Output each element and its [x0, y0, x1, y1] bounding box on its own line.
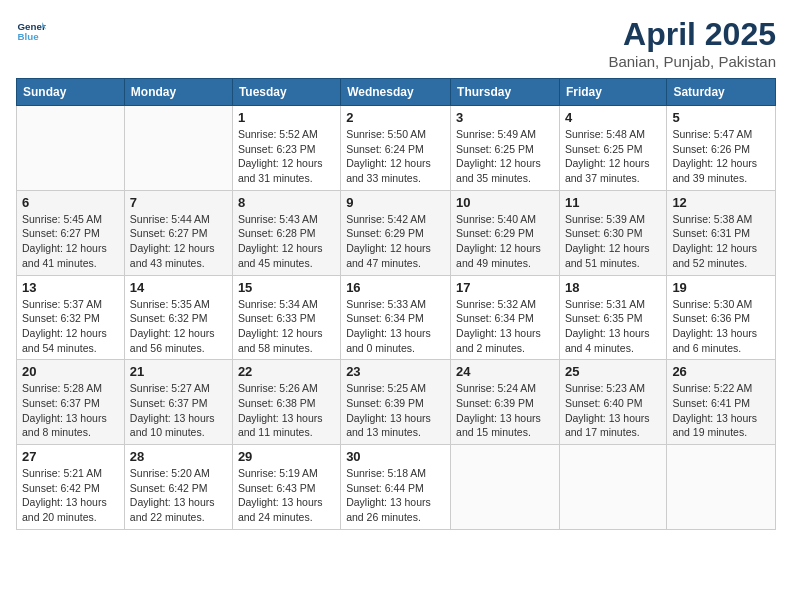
calendar-week-row: 20Sunrise: 5:28 AM Sunset: 6:37 PM Dayli…: [17, 360, 776, 445]
day-number: 27: [22, 449, 119, 464]
calendar-cell: 12Sunrise: 5:38 AM Sunset: 6:31 PM Dayli…: [667, 190, 776, 275]
day-info: Sunrise: 5:35 AM Sunset: 6:32 PM Dayligh…: [130, 297, 227, 356]
calendar-cell: 29Sunrise: 5:19 AM Sunset: 6:43 PM Dayli…: [232, 445, 340, 530]
calendar-table: SundayMondayTuesdayWednesdayThursdayFrid…: [16, 78, 776, 530]
calendar-cell: 15Sunrise: 5:34 AM Sunset: 6:33 PM Dayli…: [232, 275, 340, 360]
calendar-cell: 30Sunrise: 5:18 AM Sunset: 6:44 PM Dayli…: [341, 445, 451, 530]
weekday-header-thursday: Thursday: [451, 79, 560, 106]
calendar-cell: 25Sunrise: 5:23 AM Sunset: 6:40 PM Dayli…: [559, 360, 666, 445]
page-header: General Blue April 2025 Banian, Punjab, …: [16, 16, 776, 70]
calendar-cell: 17Sunrise: 5:32 AM Sunset: 6:34 PM Dayli…: [451, 275, 560, 360]
logo: General Blue: [16, 16, 46, 46]
calendar-cell: 18Sunrise: 5:31 AM Sunset: 6:35 PM Dayli…: [559, 275, 666, 360]
day-number: 21: [130, 364, 227, 379]
calendar-cell: 16Sunrise: 5:33 AM Sunset: 6:34 PM Dayli…: [341, 275, 451, 360]
calendar-cell: 23Sunrise: 5:25 AM Sunset: 6:39 PM Dayli…: [341, 360, 451, 445]
calendar-cell: 11Sunrise: 5:39 AM Sunset: 6:30 PM Dayli…: [559, 190, 666, 275]
calendar-cell: 3Sunrise: 5:49 AM Sunset: 6:25 PM Daylig…: [451, 106, 560, 191]
calendar-cell: [667, 445, 776, 530]
location: Banian, Punjab, Pakistan: [608, 53, 776, 70]
day-number: 3: [456, 110, 554, 125]
day-info: Sunrise: 5:32 AM Sunset: 6:34 PM Dayligh…: [456, 297, 554, 356]
calendar-cell: 28Sunrise: 5:20 AM Sunset: 6:42 PM Dayli…: [124, 445, 232, 530]
calendar-cell: 19Sunrise: 5:30 AM Sunset: 6:36 PM Dayli…: [667, 275, 776, 360]
calendar-cell: [559, 445, 666, 530]
calendar-cell: 14Sunrise: 5:35 AM Sunset: 6:32 PM Dayli…: [124, 275, 232, 360]
calendar-cell: 6Sunrise: 5:45 AM Sunset: 6:27 PM Daylig…: [17, 190, 125, 275]
day-info: Sunrise: 5:20 AM Sunset: 6:42 PM Dayligh…: [130, 466, 227, 525]
day-info: Sunrise: 5:33 AM Sunset: 6:34 PM Dayligh…: [346, 297, 445, 356]
weekday-header-tuesday: Tuesday: [232, 79, 340, 106]
calendar-cell: [124, 106, 232, 191]
day-info: Sunrise: 5:44 AM Sunset: 6:27 PM Dayligh…: [130, 212, 227, 271]
day-info: Sunrise: 5:42 AM Sunset: 6:29 PM Dayligh…: [346, 212, 445, 271]
calendar-week-row: 27Sunrise: 5:21 AM Sunset: 6:42 PM Dayli…: [17, 445, 776, 530]
calendar-week-row: 6Sunrise: 5:45 AM Sunset: 6:27 PM Daylig…: [17, 190, 776, 275]
day-number: 10: [456, 195, 554, 210]
weekday-header-saturday: Saturday: [667, 79, 776, 106]
day-number: 25: [565, 364, 661, 379]
day-info: Sunrise: 5:49 AM Sunset: 6:25 PM Dayligh…: [456, 127, 554, 186]
day-number: 24: [456, 364, 554, 379]
day-info: Sunrise: 5:39 AM Sunset: 6:30 PM Dayligh…: [565, 212, 661, 271]
day-number: 8: [238, 195, 335, 210]
day-number: 19: [672, 280, 770, 295]
day-info: Sunrise: 5:25 AM Sunset: 6:39 PM Dayligh…: [346, 381, 445, 440]
day-info: Sunrise: 5:19 AM Sunset: 6:43 PM Dayligh…: [238, 466, 335, 525]
day-info: Sunrise: 5:22 AM Sunset: 6:41 PM Dayligh…: [672, 381, 770, 440]
calendar-cell: 7Sunrise: 5:44 AM Sunset: 6:27 PM Daylig…: [124, 190, 232, 275]
calendar-cell: 27Sunrise: 5:21 AM Sunset: 6:42 PM Dayli…: [17, 445, 125, 530]
calendar-week-row: 13Sunrise: 5:37 AM Sunset: 6:32 PM Dayli…: [17, 275, 776, 360]
day-number: 30: [346, 449, 445, 464]
title-block: April 2025 Banian, Punjab, Pakistan: [608, 16, 776, 70]
calendar-cell: 1Sunrise: 5:52 AM Sunset: 6:23 PM Daylig…: [232, 106, 340, 191]
day-info: Sunrise: 5:23 AM Sunset: 6:40 PM Dayligh…: [565, 381, 661, 440]
day-number: 7: [130, 195, 227, 210]
weekday-header-wednesday: Wednesday: [341, 79, 451, 106]
day-number: 15: [238, 280, 335, 295]
day-info: Sunrise: 5:27 AM Sunset: 6:37 PM Dayligh…: [130, 381, 227, 440]
day-info: Sunrise: 5:45 AM Sunset: 6:27 PM Dayligh…: [22, 212, 119, 271]
day-info: Sunrise: 5:48 AM Sunset: 6:25 PM Dayligh…: [565, 127, 661, 186]
calendar-cell: 22Sunrise: 5:26 AM Sunset: 6:38 PM Dayli…: [232, 360, 340, 445]
day-info: Sunrise: 5:43 AM Sunset: 6:28 PM Dayligh…: [238, 212, 335, 271]
day-number: 29: [238, 449, 335, 464]
day-number: 4: [565, 110, 661, 125]
calendar-cell: 4Sunrise: 5:48 AM Sunset: 6:25 PM Daylig…: [559, 106, 666, 191]
day-number: 16: [346, 280, 445, 295]
calendar-cell: 20Sunrise: 5:28 AM Sunset: 6:37 PM Dayli…: [17, 360, 125, 445]
calendar-cell: 24Sunrise: 5:24 AM Sunset: 6:39 PM Dayli…: [451, 360, 560, 445]
day-info: Sunrise: 5:50 AM Sunset: 6:24 PM Dayligh…: [346, 127, 445, 186]
calendar-cell: [17, 106, 125, 191]
day-number: 18: [565, 280, 661, 295]
day-number: 23: [346, 364, 445, 379]
day-number: 20: [22, 364, 119, 379]
svg-text:Blue: Blue: [18, 31, 40, 42]
weekday-header-friday: Friday: [559, 79, 666, 106]
day-info: Sunrise: 5:30 AM Sunset: 6:36 PM Dayligh…: [672, 297, 770, 356]
day-number: 22: [238, 364, 335, 379]
calendar-cell: 9Sunrise: 5:42 AM Sunset: 6:29 PM Daylig…: [341, 190, 451, 275]
day-number: 5: [672, 110, 770, 125]
day-info: Sunrise: 5:37 AM Sunset: 6:32 PM Dayligh…: [22, 297, 119, 356]
day-number: 9: [346, 195, 445, 210]
calendar-cell: 2Sunrise: 5:50 AM Sunset: 6:24 PM Daylig…: [341, 106, 451, 191]
day-number: 1: [238, 110, 335, 125]
day-info: Sunrise: 5:18 AM Sunset: 6:44 PM Dayligh…: [346, 466, 445, 525]
month-title: April 2025: [608, 16, 776, 53]
weekday-header-row: SundayMondayTuesdayWednesdayThursdayFrid…: [17, 79, 776, 106]
day-number: 6: [22, 195, 119, 210]
day-info: Sunrise: 5:34 AM Sunset: 6:33 PM Dayligh…: [238, 297, 335, 356]
day-info: Sunrise: 5:40 AM Sunset: 6:29 PM Dayligh…: [456, 212, 554, 271]
day-number: 13: [22, 280, 119, 295]
weekday-header-monday: Monday: [124, 79, 232, 106]
calendar-cell: 8Sunrise: 5:43 AM Sunset: 6:28 PM Daylig…: [232, 190, 340, 275]
calendar-cell: 21Sunrise: 5:27 AM Sunset: 6:37 PM Dayli…: [124, 360, 232, 445]
day-info: Sunrise: 5:21 AM Sunset: 6:42 PM Dayligh…: [22, 466, 119, 525]
day-number: 26: [672, 364, 770, 379]
calendar-cell: 10Sunrise: 5:40 AM Sunset: 6:29 PM Dayli…: [451, 190, 560, 275]
calendar-cell: [451, 445, 560, 530]
day-info: Sunrise: 5:31 AM Sunset: 6:35 PM Dayligh…: [565, 297, 661, 356]
calendar-week-row: 1Sunrise: 5:52 AM Sunset: 6:23 PM Daylig…: [17, 106, 776, 191]
weekday-header-sunday: Sunday: [17, 79, 125, 106]
